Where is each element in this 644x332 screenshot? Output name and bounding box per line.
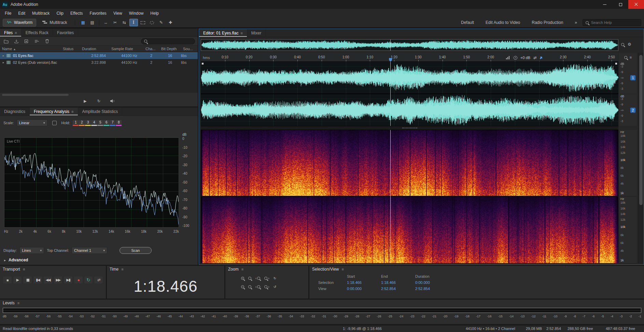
files-search-input[interactable] bbox=[149, 39, 190, 43]
db-scale-channel-1[interactable]: dB-3-9-∞-9-31 bbox=[619, 62, 637, 93]
scale-menu-icon[interactable]: ≡ bbox=[630, 55, 632, 59]
files-tab-favorites[interactable]: Favorites bbox=[53, 29, 78, 37]
time-selection-tool-icon[interactable]: I bbox=[129, 19, 138, 26]
hud-arrows-icon[interactable]: ⇄ bbox=[533, 56, 536, 60]
time-display[interactable]: 1:18.466 bbox=[107, 274, 224, 299]
zoom-in-right-button[interactable]: › bbox=[264, 275, 269, 281]
spot-healing-brush-tool-icon[interactable]: ✚ bbox=[166, 19, 175, 26]
panel-menu-icon[interactable]: ≡ bbox=[15, 31, 17, 35]
hold-8-button[interactable]: 8 bbox=[116, 120, 122, 126]
paintbrush-selection-tool-icon[interactable]: ✎ bbox=[157, 19, 166, 26]
preview-play-button[interactable]: ▶ bbox=[81, 98, 89, 104]
delete-icon[interactable] bbox=[44, 38, 51, 44]
panel-menu-icon[interactable]: ≡ bbox=[342, 267, 344, 271]
import-file-icon[interactable] bbox=[13, 38, 20, 44]
hud-clock-icon[interactable] bbox=[514, 56, 517, 60]
snapshot-icon[interactable] bbox=[52, 121, 57, 125]
expand-icon[interactable]: ▸ bbox=[0, 61, 7, 64]
sv-start-value[interactable]: 0:00.000 bbox=[347, 287, 381, 291]
sv-duration-value[interactable]: 0:00.000 bbox=[415, 280, 453, 285]
hz-scale-channel-1[interactable]: Hz18k16k14k12k10k8k6k4k1k bbox=[619, 130, 637, 196]
panel-menu-icon[interactable]: ≡ bbox=[121, 267, 123, 271]
panel-menu-icon[interactable]: ≡ bbox=[23, 267, 25, 271]
play-button[interactable]: ▶ bbox=[13, 276, 22, 284]
files-horizontal-scrollbar[interactable] bbox=[2, 94, 69, 96]
scrollbar-thumb[interactable] bbox=[639, 55, 643, 205]
scale-select[interactable]: Linear ▾ bbox=[17, 119, 47, 126]
files-column-cha[interactable]: Cha... bbox=[143, 47, 159, 51]
move-tool-icon[interactable]: ↔ bbox=[102, 19, 110, 26]
vertical-zoom-icon[interactable] bbox=[624, 56, 627, 59]
waveform-channel-1[interactable] bbox=[201, 62, 618, 93]
frequency-graph-canvas[interactable] bbox=[4, 138, 179, 227]
open-file-icon[interactable] bbox=[3, 38, 10, 44]
workspace-default[interactable]: Default bbox=[461, 20, 474, 25]
sv-end-value[interactable]: 1:18.466 bbox=[381, 280, 415, 285]
help-search[interactable] bbox=[583, 19, 641, 26]
menu-multitrack[interactable]: Multitrack bbox=[29, 9, 53, 18]
timeline-ruler[interactable]: hms 0:100:200:300:400:501:001:101:201:30… bbox=[201, 53, 618, 62]
maximize-button[interactable] bbox=[613, 0, 628, 9]
sv-start-value[interactable]: 1:18.466 bbox=[347, 280, 381, 285]
close-button[interactable] bbox=[628, 0, 644, 9]
zoom-in-button[interactable]: + bbox=[241, 275, 244, 281]
rewind-button[interactable]: ◀◀ bbox=[43, 276, 53, 284]
scan-button[interactable]: Scan bbox=[120, 247, 152, 254]
files-column-bit-depth[interactable]: Bit Depth bbox=[159, 47, 181, 51]
slip-tool-icon[interactable]: ⇆ bbox=[120, 19, 129, 26]
expand-icon[interactable]: ▸ bbox=[0, 54, 7, 57]
settings-icon[interactable]: ⚙ bbox=[628, 42, 631, 47]
analysis-tab-diagnostics[interactable]: Diagnostics bbox=[0, 107, 30, 115]
zoom-in-left-button[interactable]: ‹ bbox=[255, 275, 260, 281]
marquee-selection-tool-icon[interactable] bbox=[139, 19, 147, 26]
loop-playback-button[interactable]: ↻ bbox=[84, 276, 93, 284]
menu-help[interactable]: Help bbox=[147, 9, 162, 18]
channel-2-badge[interactable]: 2 bbox=[630, 107, 635, 113]
workspace-overflow-icon[interactable]: » bbox=[575, 20, 577, 25]
spectral-frequency-display-icon[interactable]: ▦ bbox=[79, 19, 87, 26]
multitrack-view-button[interactable]: Multitrack bbox=[38, 19, 71, 27]
hold-3-button[interactable]: 3 bbox=[85, 120, 91, 126]
menu-favorites[interactable]: Favorites bbox=[86, 9, 110, 18]
hold-7-button[interactable]: 7 bbox=[110, 120, 115, 126]
preview-autoplay-button[interactable] bbox=[109, 98, 117, 104]
hold-6-button[interactable]: 6 bbox=[103, 120, 109, 126]
zoom-sel-right-button[interactable]: › bbox=[264, 284, 269, 289]
stop-button[interactable]: ■ bbox=[3, 276, 12, 284]
waveform-view-button[interactable]: Waveform bbox=[3, 19, 36, 27]
help-search-input[interactable] bbox=[591, 20, 635, 25]
overview-waveform-canvas[interactable] bbox=[201, 40, 618, 50]
hold-4-button[interactable]: 4 bbox=[91, 120, 97, 126]
advanced-section[interactable]: ▸ Advanced bbox=[4, 258, 28, 262]
fast-forward-button[interactable]: ▶▶ bbox=[54, 276, 63, 284]
menu-window[interactable]: Window bbox=[126, 9, 147, 18]
sv-end-value[interactable]: 2:52.854 bbox=[381, 287, 415, 291]
file-row[interactable]: ▸ 01 Eyes.flac 2:52.854 44100 Hz 2 16 li… bbox=[0, 52, 198, 59]
menu-view[interactable]: View bbox=[110, 9, 126, 18]
menu-file[interactable]: File bbox=[1, 9, 15, 18]
panel-menu-icon[interactable]: ≡ bbox=[240, 31, 242, 35]
files-tab-effects-rack[interactable]: Effects Rack bbox=[22, 29, 53, 37]
workspace-radio-production[interactable]: Radio Production bbox=[532, 20, 563, 25]
skip-to-end-button[interactable]: ▶▮ bbox=[64, 276, 73, 284]
files-tab-files[interactable]: Files≡ bbox=[0, 29, 22, 37]
files-column-sample-rate[interactable]: Sample Rate bbox=[109, 47, 143, 51]
levels-meter[interactable] bbox=[3, 308, 641, 313]
lasso-selection-tool-icon[interactable] bbox=[148, 19, 156, 26]
overview-strip[interactable] bbox=[201, 39, 618, 51]
menu-effects[interactable]: Effects bbox=[67, 9, 86, 18]
waveform-spectral-splitter[interactable] bbox=[201, 126, 618, 130]
files-column-status[interactable]: Status bbox=[61, 47, 80, 51]
panel-menu-icon[interactable]: ≡ bbox=[71, 110, 73, 114]
minimize-button[interactable] bbox=[597, 0, 613, 9]
db-scale-channel-2[interactable]: dB-3-9-∞-9-32 bbox=[619, 94, 637, 126]
files-search[interactable] bbox=[141, 38, 195, 44]
analysis-tab-amplitude-statistics[interactable]: Amplitude Statistics bbox=[78, 107, 123, 115]
vertical-scrollbar[interactable] bbox=[638, 53, 643, 263]
analysis-tab-frequency-analysis[interactable]: Frequency Analysis≡ bbox=[30, 107, 78, 115]
zoom-sel-left-button[interactable]: ‹ bbox=[255, 284, 260, 289]
zoom-options-icon[interactable] bbox=[621, 43, 624, 46]
files-column-name[interactable]: Name ▲ bbox=[0, 47, 61, 51]
insert-into-multitrack-icon[interactable] bbox=[33, 38, 40, 44]
preview-loop-button[interactable]: ↻ bbox=[95, 98, 103, 104]
